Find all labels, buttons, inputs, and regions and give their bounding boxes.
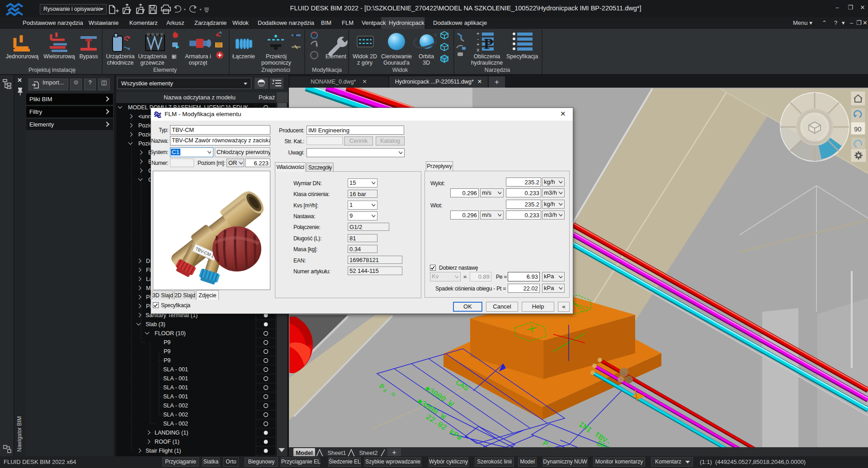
svg-text:+: + bbox=[476, 42, 480, 47]
svg-text:P: P bbox=[484, 35, 493, 52]
svg-text:x: x bbox=[476, 47, 480, 53]
svg-text:-: - bbox=[476, 37, 480, 42]
svg-text:+: + bbox=[476, 31, 480, 37]
svg-text:I: I bbox=[316, 43, 318, 48]
svg-text:90: 90 bbox=[854, 125, 862, 133]
svg-text:?: ? bbox=[172, 55, 175, 60]
